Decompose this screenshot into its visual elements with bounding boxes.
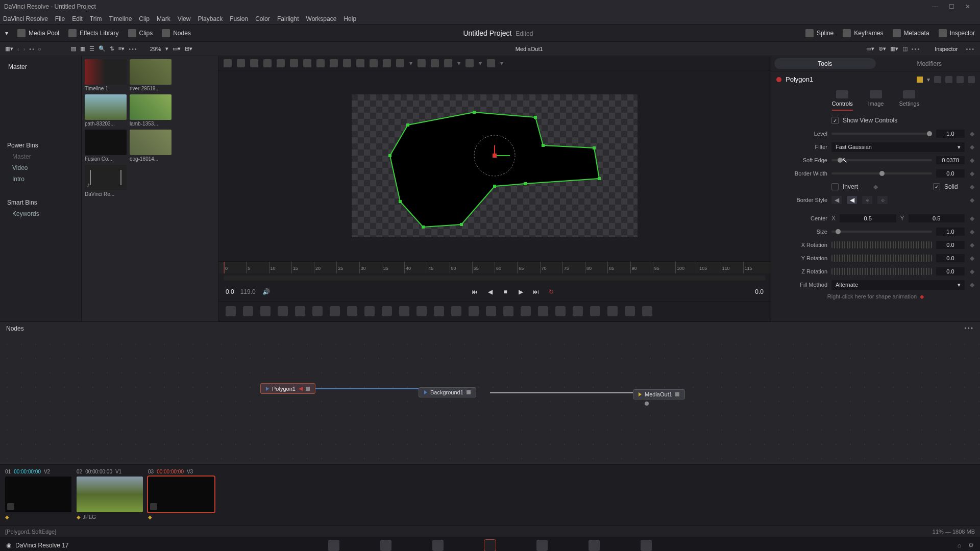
node-graph[interactable]: Polygon1◀ Background1 MediaOut1 <box>0 337 980 464</box>
menu-clip[interactable]: Clip <box>139 15 150 22</box>
shelf-rectangle-icon[interactable] <box>451 306 461 316</box>
thumb-view-icon[interactable]: ▦ <box>80 45 85 52</box>
home-icon[interactable]: ⌂ <box>958 542 961 549</box>
tab-tools[interactable]: Tools <box>774 58 876 69</box>
page-fusion[interactable] <box>484 540 496 551</box>
center-y-value[interactable]: 0.5 <box>909 214 965 222</box>
pen-tool-icon[interactable] <box>237 59 245 67</box>
more2-icon[interactable]: ••• <box>129 46 138 52</box>
clip-item[interactable]: river-29519... <box>130 59 172 91</box>
key-in-icon[interactable] <box>418 59 426 67</box>
page-edit[interactable] <box>432 540 444 551</box>
menu-app[interactable]: DaVinci Resolve <box>3 15 48 22</box>
shelf-bspline-icon[interactable] <box>503 306 513 316</box>
nodes-toggle[interactable]: Nodes <box>162 29 191 37</box>
filter-icon[interactable]: ⇅ <box>110 45 114 52</box>
keyframe-icon[interactable]: ◆ <box>969 215 975 222</box>
shelf-light-icon[interactable] <box>625 306 635 316</box>
split-icon[interactable]: ◫ <box>902 45 908 52</box>
hand-tool-icon[interactable] <box>263 59 272 67</box>
media-pool-toggle[interactable]: Media Pool <box>17 29 59 37</box>
page-deliver[interactable] <box>641 540 652 551</box>
keyframe-icon[interactable]: ◆ <box>969 281 975 288</box>
shelf-blur-icon[interactable] <box>347 306 357 316</box>
power-bin-video[interactable]: Video <box>4 162 77 173</box>
first-frame-button[interactable]: ⏮ <box>470 287 479 296</box>
overlay-icon[interactable]: ⊚▾ <box>878 45 886 52</box>
center-icon[interactable] <box>465 59 474 67</box>
clip-item[interactable]: lamb-1353... <box>130 94 172 127</box>
shelf-ellipse-icon[interactable] <box>469 306 479 316</box>
shelf-text-icon[interactable] <box>260 306 271 316</box>
level-value[interactable]: 1.0 <box>936 130 965 138</box>
strip-clip-2[interactable]: 0200:00:00:00V1 ◆JPEG <box>77 469 143 520</box>
effects-library-toggle[interactable]: Effects Library <box>68 29 118 37</box>
shelf-wand-icon[interactable] <box>521 306 531 316</box>
current-time[interactable]: 0.0 <box>226 288 234 295</box>
settings-icon[interactable]: ⚙ <box>968 542 974 549</box>
menu-fairlight[interactable]: Fairlight <box>277 15 299 22</box>
keyframe-icon[interactable]: ◆ <box>969 268 975 275</box>
layout-icon[interactable]: ▦▾ <box>5 45 13 52</box>
shelf-camera-icon[interactable] <box>607 306 618 316</box>
softedge-value[interactable]: 0.0378 <box>936 156 965 164</box>
search-icon[interactable]: 🔍 <box>99 45 106 52</box>
border-style-4[interactable]: ⟐ <box>877 196 888 204</box>
shelf-pr-icon[interactable] <box>555 306 566 316</box>
color-chip[interactable] <box>917 77 923 83</box>
zoom-tool-icon[interactable] <box>277 59 285 67</box>
arrow-tool-icon[interactable] <box>250 59 258 67</box>
menu-trim[interactable]: Trim <box>90 15 102 22</box>
menu-playback[interactable]: Playback <box>198 15 223 22</box>
menu-help[interactable]: Help <box>344 15 356 22</box>
menu-workspace[interactable]: Workspace <box>306 15 337 22</box>
shelf-fastnoise-icon[interactable] <box>243 306 253 316</box>
xrotation-wheel[interactable] <box>831 241 932 248</box>
menu-mark[interactable]: Mark <box>157 15 170 22</box>
delete-tool-icon[interactable] <box>370 59 378 67</box>
node-name[interactable]: Polygon1 <box>786 76 813 83</box>
metadata-toggle[interactable]: Metadata <box>893 29 929 37</box>
line-tool-icon[interactable] <box>316 59 325 67</box>
node-mediaout1[interactable]: MediaOut1 <box>633 389 685 399</box>
fit-icon[interactable]: ▭▾ <box>173 45 181 52</box>
keyframes-toggle[interactable]: Keyframes <box>843 29 883 37</box>
softedge-slider[interactable]: ↖ <box>831 159 932 161</box>
center-x-value[interactable]: 0.5 <box>840 214 896 222</box>
prev-frame-button[interactable]: ◀ <box>485 287 495 296</box>
list-view-icon[interactable]: ☰ <box>89 45 94 52</box>
grid-icon[interactable]: ▦▾ <box>890 45 898 52</box>
clip-item[interactable]: Timeline 1 <box>85 59 127 91</box>
zoom-value[interactable]: 29% <box>150 46 161 52</box>
minimize-button[interactable]: — <box>927 3 943 10</box>
maximize-button[interactable]: ☐ <box>943 3 960 10</box>
tab-modifiers[interactable]: Modifiers <box>879 56 981 71</box>
clip-item[interactable]: ♪DaVinci Re... <box>85 165 127 197</box>
bspline-tool-icon[interactable] <box>343 59 351 67</box>
show-view-checkbox[interactable] <box>831 117 839 124</box>
master-bin[interactable]: Master <box>8 63 77 70</box>
page-fairlight[interactable] <box>589 540 600 551</box>
more-icon[interactable]: •• ○ <box>29 46 42 52</box>
strip-clip-1[interactable]: 0100:00:00:00V2 ◆ <box>5 469 71 520</box>
keyframe-icon[interactable]: ◆ <box>969 241 975 248</box>
borderwidth-slider[interactable] <box>831 172 932 174</box>
node-polygon1[interactable]: Polygon1◀ <box>260 383 315 394</box>
yrotation-value[interactable]: 0.0 <box>936 254 965 262</box>
invert-checkbox[interactable] <box>831 183 839 190</box>
clip-item[interactable]: Fusion Co... <box>85 130 127 162</box>
selection-tool-icon[interactable] <box>224 59 232 67</box>
nav-fwd-icon[interactable]: › <box>23 46 26 52</box>
viewer-canvas[interactable] <box>218 70 771 261</box>
subtab-settings[interactable]: Settings <box>899 90 919 111</box>
shelf-shape3d-icon[interactable] <box>590 306 600 316</box>
border-style-3[interactable]: ⟐ <box>862 196 872 204</box>
menu-edit[interactable]: Edit <box>72 15 83 22</box>
nav-back-icon[interactable]: ‹ <box>17 46 19 52</box>
border-style-1[interactable]: ◀ <box>831 196 842 204</box>
solid-checkbox[interactable] <box>933 183 940 190</box>
keyframe-icon[interactable]: ◆ <box>969 170 975 177</box>
keyframe-icon[interactable]: ◆ <box>969 157 975 164</box>
shelf-colorcorrect-icon[interactable] <box>330 306 340 316</box>
snap-icon[interactable]: ⊞▾ <box>185 45 192 52</box>
